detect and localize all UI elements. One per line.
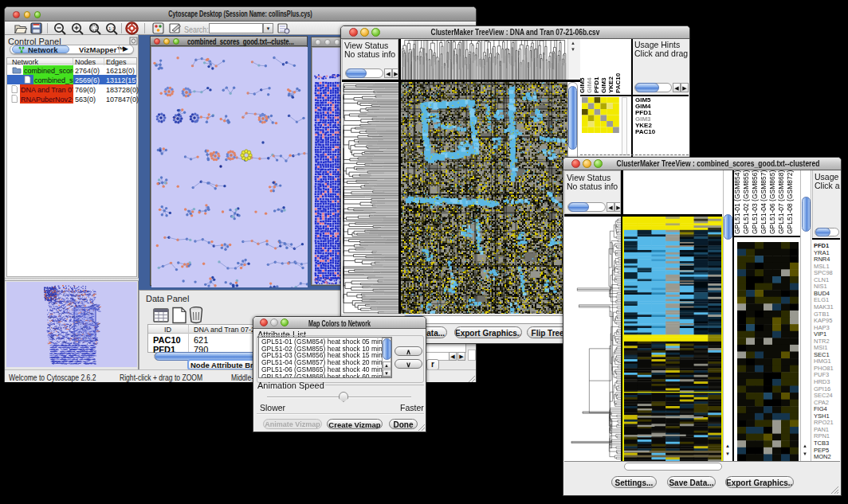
svg-text:1:1: 1:1 [108,26,116,31]
